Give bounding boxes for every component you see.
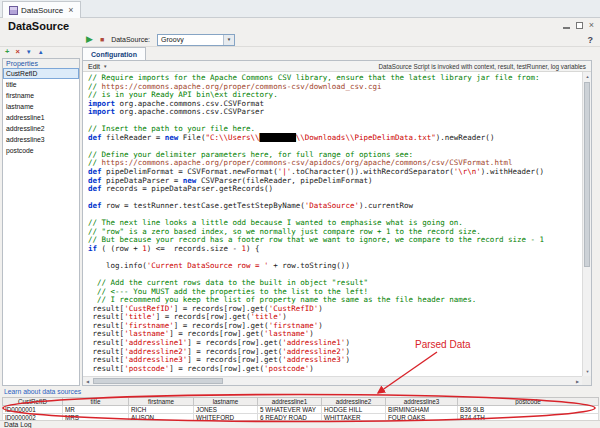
data-log-label[interactable]: Data Log <box>0 420 600 428</box>
column-header-CustRefID[interactable]: CustRefID <box>3 398 63 406</box>
table-cell: 5 WHATEVER WAY <box>258 406 322 414</box>
code-line[interactable]: if ( (row + 1) <= records.size - 1) { <box>88 245 582 254</box>
datasource-type-value: Groovy <box>158 35 223 45</box>
vertical-scroll-thumb[interactable] <box>584 82 590 267</box>
property-item-title[interactable]: title <box>3 79 79 90</box>
column-header-addressline1[interactable]: addressline1 <box>258 398 322 406</box>
horizontal-scrollbar[interactable]: ◀ ▶ <box>83 376 582 385</box>
code-line[interactable]: import org.apache.commons.csv.CSVParser <box>88 108 582 117</box>
datasource-type-label: DataSource: <box>111 36 150 43</box>
editor-hint: DataSource Script is invoked with contex… <box>378 63 586 70</box>
tab-label: DataSource <box>21 6 63 15</box>
script-editor: Edit ▼ DataSource Script is invoked with… <box>82 60 592 386</box>
parsed-data-table: CustRefIDtitlefirstnamelastnameaddressli… <box>2 397 599 422</box>
tab-close-icon[interactable]: × <box>68 6 73 14</box>
run-icon[interactable]: ▶ <box>86 33 93 46</box>
tab-bar: DataSource × <box>0 0 600 18</box>
scrollbar-corner <box>582 376 591 385</box>
property-item-postcode[interactable]: postcode <box>3 145 79 156</box>
chevron-down-icon: ▼ <box>103 64 107 69</box>
groovy-script-code[interactable]: // Require imports for the Apache Common… <box>83 72 582 376</box>
table-cell: BIRMINGHAM <box>386 406 458 414</box>
column-header-firstname[interactable]: firstname <box>129 398 194 406</box>
column-header-postcode[interactable]: postcode <box>458 398 599 406</box>
parsed-data-table-wrap: CustRefIDtitlefirstnamelastnameaddressli… <box>2 397 598 422</box>
scroll-left-icon[interactable]: ◀ <box>83 377 92 386</box>
remove-property-icon[interactable]: × <box>15 46 19 58</box>
datasource-tab-icon <box>9 6 18 15</box>
column-header-addressline3[interactable]: addressline3 <box>386 398 458 406</box>
column-header-addressline2[interactable]: addressline2 <box>322 398 386 406</box>
panel-window-buttons: × <box>563 22 594 29</box>
page-title: DataSource <box>8 20 69 32</box>
editor-menubar: Edit ▼ DataSource Script is invoked with… <box>83 61 591 72</box>
scroll-down-icon[interactable]: ▼ <box>583 367 592 376</box>
move-property-down-icon[interactable]: ▼ <box>26 46 32 58</box>
table-row[interactable]: ID0000001MRRICHJONES5 WHATEVER WAYHODGE … <box>3 406 599 414</box>
stop-icon[interactable]: ■ <box>100 33 104 46</box>
tab-configuration[interactable]: Configuration <box>82 47 146 60</box>
code-line[interactable]: def row = testRunner.testCase.getTestSte… <box>88 202 582 211</box>
code-line[interactable]: def fileReader = new File("C:\\Users\\██… <box>88 134 582 143</box>
table-header-row: CustRefIDtitlefirstnamelastnameaddressli… <box>3 398 599 406</box>
table-cell: RICH <box>129 406 194 414</box>
horizontal-scroll-thumb[interactable] <box>93 378 223 384</box>
property-item-addressline2[interactable]: addressline2 <box>3 123 79 134</box>
help-icon[interactable]: ? <box>588 35 594 45</box>
code-line[interactable]: log.info('Current DataSource row = ' + r… <box>88 262 582 271</box>
property-item-addressline3[interactable]: addressline3 <box>3 134 79 145</box>
table-cell: JONES <box>194 406 258 414</box>
column-header-lastname[interactable]: lastname <box>194 398 258 406</box>
vertical-scrollbar[interactable]: ▲ ▼ <box>582 72 591 376</box>
property-item-firstname[interactable]: firstname <box>3 90 79 101</box>
code-line[interactable]: def records = pipeDataParser.getRecords(… <box>88 185 582 194</box>
edit-menu[interactable]: Edit ▼ <box>88 63 108 70</box>
table-cell: HODGE HILL <box>322 406 386 414</box>
minimize-icon[interactable] <box>563 27 570 29</box>
table-cell: MR <box>63 406 129 414</box>
property-item-CustRefID[interactable]: CustRefID <box>3 68 79 79</box>
property-item-addressline1[interactable]: addressline1 <box>3 112 79 123</box>
table-cell: ID0000001 <box>3 406 63 414</box>
add-property-icon[interactable]: + <box>5 46 9 58</box>
panel-title-bar: DataSource × <box>0 18 600 33</box>
property-item-lastname[interactable]: lastname <box>3 101 79 112</box>
chevron-down-icon[interactable]: ▼ <box>223 35 234 45</box>
properties-panel: + × ▼ ▲ Properties CustRefIDtitlefirstna… <box>2 46 80 386</box>
properties-toolbar: + × ▼ ▲ <box>2 46 80 58</box>
table-cell: B36 9LB <box>458 406 599 414</box>
datasource-window: DataSource × DataSource × ▶ ■ DataSource… <box>0 0 600 428</box>
column-header-title[interactable]: title <box>63 398 129 406</box>
datasource-type-select[interactable]: Groovy ▼ <box>157 34 235 46</box>
scroll-up-icon[interactable]: ▲ <box>583 72 592 81</box>
restore-icon[interactable] <box>576 22 583 29</box>
scroll-right-icon[interactable]: ▶ <box>573 377 582 386</box>
move-property-up-icon[interactable]: ▲ <box>38 46 44 58</box>
close-icon[interactable]: × <box>589 22 594 29</box>
datasource-toolbar: ▶ ■ DataSource: Groovy ▼ ? <box>0 33 600 47</box>
tab-datasource[interactable]: DataSource × <box>2 1 81 18</box>
properties-list: CustRefIDtitlefirstnamelastnameaddressli… <box>2 68 80 386</box>
learn-about-data-sources-link[interactable]: Learn about data sources <box>4 388 81 395</box>
code-line[interactable]: result['postcode'] = records[row].get('p… <box>88 365 582 374</box>
